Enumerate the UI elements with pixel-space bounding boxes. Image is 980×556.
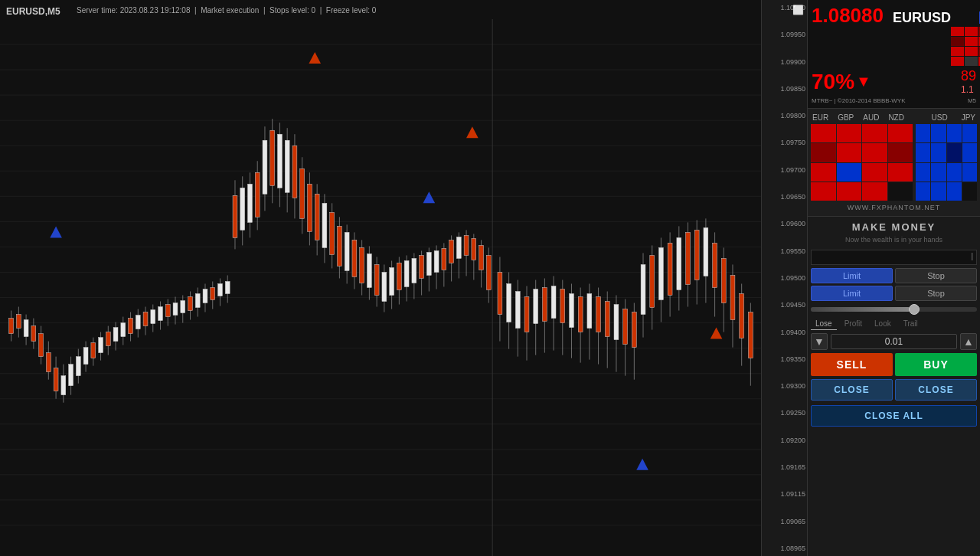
svg-rect-100 [300,168,305,218]
price-13: 1.09400 [763,329,805,336]
svg-rect-76 [211,288,215,300]
svg-rect-120 [374,264,379,295]
slider-container[interactable] [811,304,977,315]
price-19: 1.09115 [763,490,805,498]
svg-rect-200 [713,243,717,287]
limit-button-1[interactable]: Limit [811,268,893,283]
svg-rect-48 [106,332,110,346]
ticker-footer: MTRB~ | ©2010-2014 BBBB-WYK M5 [812,97,976,104]
svg-rect-66 [173,303,178,316]
price-10: 1.09550 [763,247,805,255]
ticker-symbol: EURUSD [893,10,951,26]
svg-rect-170 [578,297,583,332]
svg-rect-174 [596,297,601,332]
svg-rect-122 [382,272,387,301]
svg-rect-106 [322,203,327,247]
svg-rect-104 [315,194,319,240]
left-matrix [811,124,913,201]
svg-rect-42 [83,348,88,365]
svg-rect-118 [367,253,371,287]
svg-rect-206 [740,294,744,339]
server-time-label: Server time: [77,6,118,15]
svg-rect-168 [570,294,574,328]
risk-tab-trail[interactable]: Trail [899,318,923,330]
buy-button[interactable]: BUY [895,353,977,376]
header-usd: USD [932,113,948,122]
svg-rect-166 [560,289,565,323]
currency-headers: EUR GBP AUD NZD USD JPY [811,113,977,122]
svg-rect-138 [442,248,446,270]
price-18: 1.09165 [763,463,805,471]
input-cursor: | [971,252,973,260]
svg-rect-92 [270,130,275,185]
currency-headers-right: USD JPY [932,113,975,122]
tp-sl-rows: Limit Stop Limit Stop [811,268,977,301]
risk-tab-lose[interactable]: Lose [811,318,837,330]
price-scale: 1.10010 1.09950 1.09900 1.09850 1.09800 … [761,0,807,556]
svg-rect-162 [542,288,547,322]
sell-buy-row: SELL BUY [811,353,977,376]
arrow-signal-2 [50,226,62,237]
svg-rect-36 [61,376,66,395]
stop-button-2[interactable]: Stop [895,286,977,301]
svg-rect-34 [54,368,58,391]
risk-tab-look[interactable]: Look [870,318,896,330]
lot-decrease-button[interactable]: ▼ [811,333,828,350]
lot-size-input[interactable] [831,334,957,349]
svg-rect-108 [330,212,335,254]
svg-rect-114 [352,240,357,276]
svg-rect-50 [113,328,118,342]
svg-rect-54 [129,319,133,334]
svg-rect-180 [623,309,628,345]
svg-rect-38 [69,365,74,386]
svg-rect-22 [9,319,14,334]
sell-button[interactable]: SELL [811,353,893,376]
trading-panel: MAKE MONEY Now the wealth is in your han… [808,217,980,556]
make-money-title: MAKE MONEY [811,221,977,233]
svg-rect-182 [632,312,636,348]
svg-rect-146 [472,238,476,260]
stop-button-1[interactable]: Stop [895,268,977,283]
svg-rect-204 [730,275,735,319]
chart-title: EURUSD,M5 [6,6,60,17]
close-button-1[interactable]: CLOSE [811,379,893,401]
svg-rect-72 [195,294,200,308]
arrow-signal-5 [710,328,723,339]
svg-rect-136 [434,250,439,272]
svg-rect-150 [486,255,491,289]
header-gbp: GBP [838,113,854,122]
price-7: 1.09700 [763,166,805,174]
svg-rect-202 [721,258,726,303]
svg-rect-116 [360,247,364,283]
svg-rect-44 [91,343,96,358]
svg-rect-192 [677,237,681,289]
svg-rect-90 [263,140,267,194]
svg-rect-188 [658,247,663,299]
limit-button-2[interactable]: Limit [811,286,893,301]
svg-rect-184 [641,264,645,314]
arrow-signal-4 [423,191,436,203]
arrow-signal-1 [309,52,321,64]
svg-rect-172 [587,294,592,329]
stops-level: Stops level: 0 [270,6,315,15]
slider-track [811,307,977,312]
close-all-button[interactable]: CLOSE ALL [811,405,977,427]
svg-rect-128 [404,260,409,286]
svg-rect-164 [551,286,556,318]
svg-rect-86 [248,184,253,222]
ticker-mini-chart [951,27,980,65]
maximize-button[interactable]: ⬜ [792,5,804,15]
risk-tab-profit[interactable]: Profit [840,318,867,330]
slider-fill [811,307,910,312]
ticker-bottom: 70% ▼ 89 1.1 [812,68,976,95]
lot-increase-button[interactable]: ▲ [960,333,977,350]
price-16: 1.09250 [763,409,805,417]
close-button-2[interactable]: CLOSE [895,379,977,401]
slider-thumb [909,304,920,315]
currency-headers-left: EUR GBP AUD NZD [812,113,904,122]
svg-rect-78 [218,283,223,296]
svg-rect-156 [515,292,520,329]
svg-rect-158 [524,297,529,332]
input-area: | [811,250,977,265]
svg-rect-68 [181,301,185,313]
